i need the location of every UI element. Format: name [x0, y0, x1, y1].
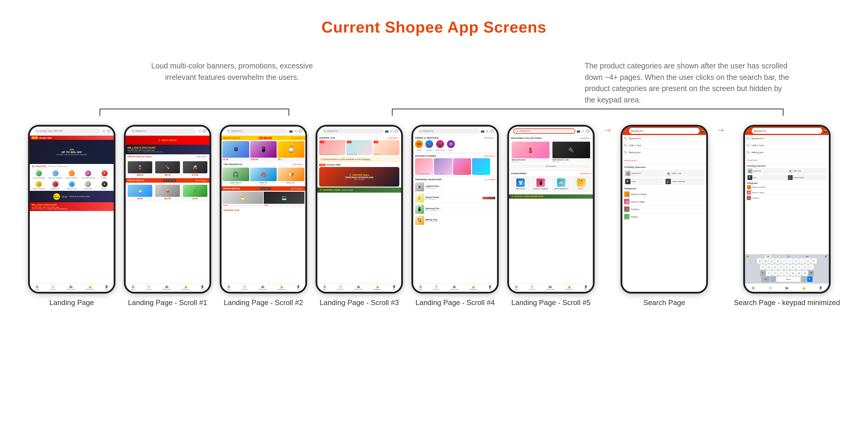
cart-icon-5[interactable]: 🛒: [486, 129, 489, 132]
shopee-mall-section-4: F$AS Shopee Mall 🎄 SHOPEE MALL CHRISTMAS…: [317, 162, 401, 187]
cart-icon-2[interactable]: 🛒: [198, 129, 202, 132]
camera-icon-5[interactable]: 📷: [481, 129, 484, 132]
back-button-7[interactable]: ←: [624, 129, 628, 133]
screen-content-5: DINING & SERVICES See More > 🍽 Dining 🚗: [413, 135, 497, 292]
top-products-bar: TOP PRODUCTS See More >: [221, 162, 305, 167]
sp-search-input-8[interactable]: Airpods Pro: [752, 128, 822, 134]
page-wrapper: Current Shopee App Screens Loud multi-co…: [0, 0, 868, 422]
phone-frame-3: 🔍 Airpods Pro 📷 🛒 💬 F$ASH DEALS: [220, 125, 307, 294]
screen-scroll-5: 🔍 Airpods Pro 📷 🛒 💬 FE: [507, 125, 595, 307]
screen-search-keyboard: ← Airpods Pro 📷 🔍 Airpods Pro 🔍: [734, 125, 840, 307]
screen-content-6: FEATURED COLLECTIONS See More > 💄 Beauty…: [509, 135, 593, 292]
shopee-live-section-4: SHOPEE LIVE See More > Christmas Cards w…: [317, 135, 401, 156]
cart-icon-1[interactable]: 🛒: [102, 129, 106, 132]
icons-grid-2: 💵 Million $ Discount 📺 Shopee Live 🎮 Sho…: [30, 180, 114, 191]
camera-search-icon-8[interactable]: 📷: [824, 129, 827, 132]
chat-icon-6[interactable]: 💬: [586, 129, 590, 132]
live-streams-row: Christmas Cards with Abby! LIVE Three Sq…: [319, 140, 399, 155]
promo-header-2: 🎄 BEST PRICE!: [126, 135, 210, 145]
voucher-bar: ● 15 Days Return ● 100% Authentic ● Free…: [318, 157, 400, 161]
phone-frame-2: 🔍 Airpods Pro 🛒 💬 🎄 BEST PRICE!: [124, 125, 211, 294]
phone-frame-7: ← Airpods Pro 📷 🔍 Airpods Pro 🔍: [621, 125, 708, 294]
mall-banner-4: 🎄 SHOPEE MALL CHRISTMAS WONDERLAND 15k+ …: [319, 167, 399, 187]
million-banner-1: MILLION $ DISCOUNT Get $10 OFF with Citi…: [30, 202, 114, 211]
search-bar-3[interactable]: 🔍 Airpods Pro: [226, 128, 288, 134]
sale-banner-1: 12.12 Shopee Mall: [30, 135, 114, 140]
phone-navbar-4: 🏠Home 📋Discover 🏬Shopee Mall 🔔Notificati…: [317, 283, 401, 292]
topbar-5: 🔍 Airpods Pro 📷 🛒 💬: [413, 127, 497, 135]
featured-section-6: FEATURED COLLECTIONS See More > 💄 Beauty…: [509, 135, 593, 170]
shopee-pay-bar: 🏦 ShopeePay 37 Coins Activate now: [30, 164, 114, 169]
phone-navbar-3: 🏠Home 📋Discover 🏬Shopee Mall 🔔Notificati…: [221, 283, 305, 292]
farm-banner-6: 🌾 SHOPEE FARM WATER NOW: [509, 194, 593, 199]
trending-section-8: Trending Searches 🎧 Airpods Pro 🔌 USB C …: [745, 164, 829, 181]
screen-label-3: Landing Page - Scroll #2: [224, 298, 303, 307]
topbar-3: 🔍 Airpods Pro 📷 🛒 💬: [221, 127, 305, 135]
categories-section-8: Categories 🍳 Kitchen & Dining 🧦 Socks & …: [745, 181, 829, 201]
annotation-area: Loud multi-color banners, promotions, ex…: [24, 60, 844, 106]
phone-frame-6: 🔍 Airpods Pro 📷 🛒 💬 FE: [507, 125, 595, 294]
search-bar-1[interactable]: 🔍 Crusty's: Up to 30% OFF: [34, 128, 101, 134]
million-banner-2: MILLION $ DISCOUNT Get $10 OFF with Citi…: [126, 145, 210, 154]
bracket-left: [99, 109, 289, 116]
cart-icon-6[interactable]: 🛒: [581, 129, 585, 132]
chat-icon-2[interactable]: 💬: [203, 129, 207, 132]
search-bar-2[interactable]: 🔍 Airpods Pro: [130, 128, 197, 134]
keyboard-overlay-8: 😀 GIF ⚙️ ••• 🎤 QWERTYUIOP ASDFGHJKL: [745, 254, 829, 283]
bracket-right: [392, 109, 784, 116]
product-grid-2: 🍷 $96.00 🍾 $55.00 🥂 $74.50: [126, 159, 210, 178]
camera-icon-3[interactable]: 📷: [289, 129, 293, 132]
icons-grid-1: 🛒 Grocery Shopping 💰 Daily 15% Cashback …: [30, 169, 114, 180]
phone-frame-5: 🔍 Airpods Pro 📷 🛒 💬 DI: [411, 125, 499, 294]
chat-icon-1[interactable]: 💬: [107, 129, 111, 132]
bottom-products-3: 😷 $0.99 💻 $299: [221, 191, 305, 208]
camera-search-icon-7[interactable]: 📷: [701, 129, 704, 132]
search-bar-5[interactable]: 🔍 Airpods Pro: [417, 128, 479, 134]
screen-search-page: ← Airpods Pro 📷 🔍 Airpods Pro 🔍: [621, 125, 708, 307]
cart-icon-4[interactable]: 🛒: [390, 129, 393, 132]
flash-deals-3b: F$ASH DEALS 01 19 27 See All Deals >: [221, 186, 305, 191]
topbar-icons-4: 📷 🛒 💬: [385, 129, 398, 132]
arrow-indicator-1: →: [603, 125, 612, 147]
search-bar-4[interactable]: 🔍 Airpods Pro: [321, 128, 384, 134]
camera-icon-6[interactable]: 📷: [577, 129, 580, 132]
chat-icon-3[interactable]: 💬: [299, 129, 302, 132]
chat-icon-4[interactable]: 💬: [395, 129, 398, 132]
fresh-deals-bar: FRESH DEALS DAILY See More >: [126, 154, 210, 159]
screen-content-2: 🎄 BEST PRICE! MILLION $ DISCOUNT Get $10…: [126, 135, 210, 292]
phone-frame-4: 🔍 Airpods Pro 📷 🛒 💬 SH: [315, 125, 403, 294]
categories-section-7: Categories 🍳 Kitchen & Dining 🧦 Socks & …: [622, 186, 706, 221]
show-more-7[interactable]: Show More: [622, 156, 706, 164]
categories-list-7: 🍳 Kitchen & Dining 🧦 Socks & Tights 🪑 Fu…: [624, 191, 704, 220]
phone-inner-1: 🔍 Crusty's: Up to 30% OFF 🛒 💬 12.12 Shop: [30, 127, 114, 292]
search-header-7: ← Airpods Pro 📷: [622, 127, 706, 135]
phone-inner-8: ← Airpods Pro 📷 🔍 Airpods Pro 🔍: [745, 127, 829, 292]
large-products-3: 🖥 $3.59 📱 $169.00: [221, 140, 305, 162]
camera-icon-4[interactable]: 📷: [385, 129, 389, 132]
topbar-icons-6: 📷 🛒 💬: [577, 129, 590, 132]
cart-icon-3[interactable]: 🛒: [294, 129, 298, 132]
ffash-header-3: F$ASH DEALS 11 17 17 See All Deals >: [221, 135, 305, 140]
trending-grid-8: 🎧 Airpods Pro 🔌 USB C Hub 🍳 Oven: [747, 168, 827, 181]
search-bar-6[interactable]: 🔍 Airpods Pro: [513, 128, 575, 134]
screen-content-1: 12.12 Shopee Mall APB UP TO 30% OFF Acti…: [30, 135, 114, 292]
categories-list-8: 🍳 Kitchen & Dining 🧦 Socks & Tights 🪑 Fu…: [747, 185, 827, 201]
show-more-btn-6[interactable]: Show More: [511, 164, 591, 168]
back-button-8[interactable]: ←: [747, 129, 750, 133]
screen-scroll-3: 🔍 Airpods Pro 📷 🛒 💬 SH: [315, 125, 403, 307]
sp-search-input-7[interactable]: Airpods Pro: [629, 128, 700, 134]
show-more-8[interactable]: Show More: [745, 156, 829, 164]
phone-inner-3: 🔍 Airpods Pro 📷 🛒 💬 F$ASH DEALS: [221, 127, 305, 292]
search-header-8: ← Airpods Pro 📷: [745, 127, 829, 135]
promo-banner-1: 2DAYS 12.12 FOOD & ALCOHOL SALE: [30, 191, 114, 202]
product-grid-2b: 😷 $0.99 📦 $12.50 🌿 $3.20: [126, 183, 210, 202]
screen-content-3: F$ASH DEALS 11 17 17 See All Deals >: [221, 135, 305, 292]
phone-inner-7: ← Airpods Pro 📷 🔍 Airpods Pro 🔍: [622, 127, 706, 292]
topbar-icons-2: 🛒 💬: [198, 129, 207, 132]
stories-section-5: SHOPEE STORIES See More > Shopee Stories…: [413, 154, 497, 176]
flash-deals-2: F$ASH DEALS 01 19 27 See All Deals >: [126, 178, 210, 183]
chat-icon-5[interactable]: 💬: [490, 129, 494, 132]
screen-landing-page: 🔍 Crusty's: Up to 30% OFF 🛒 💬 12.12 Shop: [28, 125, 116, 307]
screen-scroll-2: 🔍 Airpods Pro 📷 🛒 💬 F$ASH DEALS: [220, 125, 307, 307]
page-title: Current Shopee App Screens: [24, 18, 844, 36]
